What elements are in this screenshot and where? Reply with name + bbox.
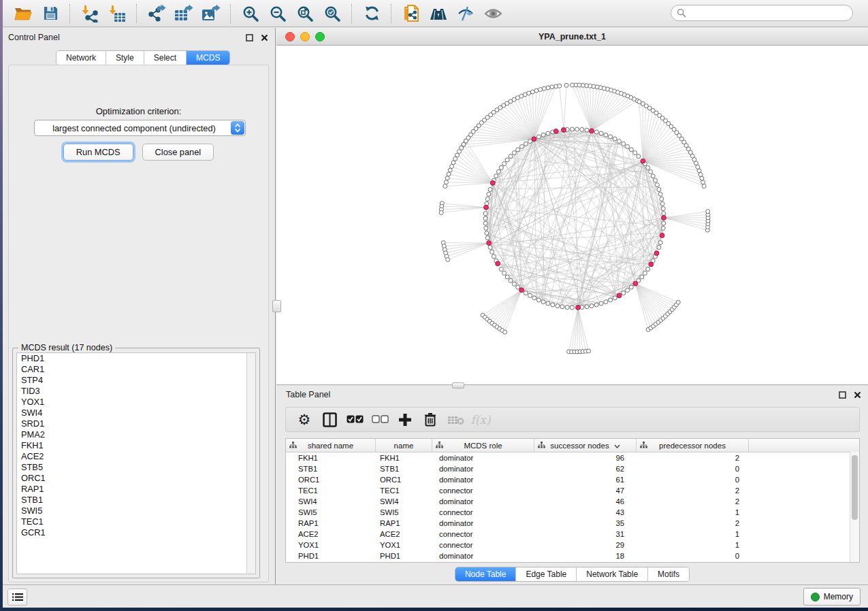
task-history-button[interactable] [7, 589, 27, 606]
import-network-button[interactable] [78, 3, 101, 24]
tab-select[interactable]: Select [144, 51, 187, 65]
deselect-all-button[interactable] [370, 410, 390, 429]
mcds-result-item[interactable]: ACE2 [17, 451, 255, 462]
export-network-icon [148, 5, 166, 22]
mcds-result-item[interactable]: SWI5 [17, 506, 255, 516]
clone-network-button[interactable] [400, 3, 423, 24]
column-header-successor-nodes[interactable]: successor nodes [534, 439, 637, 452]
find-network-button[interactable] [427, 3, 450, 24]
save-session-button[interactable] [39, 3, 62, 24]
delete-column-button[interactable] [420, 410, 440, 429]
memory-button[interactable]: Memory [803, 588, 861, 606]
table-cell: RAP1 [286, 519, 376, 527]
mcds-result-item[interactable]: PMA2 [17, 429, 255, 440]
table-scrollbar-thumb[interactable] [852, 455, 858, 520]
cytoscape-window: Control Panel Network Style Select MCDS … [3, 0, 868, 608]
mcds-result-item[interactable]: TID3 [17, 386, 255, 397]
table-cell: dominator [432, 465, 534, 473]
table-scrollbar[interactable] [850, 452, 859, 562]
column-header-name[interactable]: name [376, 439, 432, 452]
tab-edge-table[interactable]: Edge Table [516, 567, 577, 581]
close-table-panel-icon[interactable] [852, 389, 863, 400]
eye-slash-icon [457, 5, 475, 22]
column-header-shared-name[interactable]: shared name [286, 439, 376, 452]
split-view-icon [323, 412, 337, 427]
mcds-result-item[interactable]: TEC1 [17, 516, 255, 527]
network-window-titlebar[interactable]: YPA_prune.txt_1 [276, 28, 868, 46]
select-all-button[interactable] [344, 410, 365, 429]
column-header-mcds-role[interactable]: MCDS role [432, 439, 534, 452]
save-floppy-icon [43, 5, 59, 21]
tab-network-table[interactable]: Network Table [577, 567, 648, 581]
mcds-list-scrollbar[interactable] [246, 353, 255, 574]
table-options-button[interactable]: ⚙ [294, 410, 315, 429]
control-panel: Control Panel Network Style Select MCDS … [3, 28, 276, 585]
table-row[interactable]: RAP1RAP1dominator352 [286, 518, 859, 529]
tab-network[interactable]: Network [57, 51, 106, 65]
toolbar-separator [136, 4, 138, 23]
export-network-button[interactable] [145, 3, 168, 24]
mcds-result-item[interactable]: STP4 [17, 375, 255, 386]
float-table-panel-icon[interactable] [837, 389, 848, 400]
table-row[interactable]: TEC1TEC1connector472 [286, 485, 859, 496]
mcds-result-item[interactable]: ORC1 [17, 473, 255, 484]
zoom-out-button[interactable] [266, 3, 289, 24]
table-row[interactable]: ACE2ACE2connector311 [286, 529, 859, 540]
column-header-predecessor-nodes[interactable]: predecessor nodes [637, 439, 749, 452]
refresh-view-button[interactable] [360, 3, 383, 24]
table-row[interactable]: ORC1ORC1dominator610 [286, 474, 859, 485]
attribute-tree-icon [436, 442, 443, 450]
table-cell: 2 [637, 454, 749, 462]
network-graph[interactable] [276, 46, 868, 384]
mcds-result-item[interactable]: STB5 [17, 462, 255, 473]
criterion-select[interactable]: largest connected component (undirected) [34, 120, 246, 136]
mcds-result-list[interactable]: PHD1CAR1STP4TID3YOX1SWI4SRD1PMA2FKH1ACE2… [16, 352, 256, 574]
show-eye-button[interactable] [481, 3, 504, 24]
table-cell: 61 [534, 476, 637, 484]
run-mcds-button[interactable]: Run MCDS [63, 144, 133, 161]
table-row[interactable]: STB1STB1dominator620 [286, 463, 859, 474]
network-canvas[interactable] [276, 46, 868, 384]
tab-motifs[interactable]: Motifs [648, 567, 689, 581]
toolbar-separator [391, 4, 392, 23]
tab-node-table[interactable]: Node Table [455, 567, 517, 581]
table-cell: 1 [637, 530, 749, 538]
horizontal-splitter-handle[interactable] [452, 382, 464, 389]
mcds-result-item[interactable]: CAR1 [17, 364, 255, 375]
tab-mcds[interactable]: MCDS [187, 51, 229, 65]
table-cell: dominator [432, 454, 534, 462]
float-panel-icon[interactable] [244, 32, 255, 43]
search-input[interactable] [690, 7, 852, 18]
hide-panel-button[interactable] [454, 3, 477, 24]
mcds-result-item[interactable]: STB1 [17, 495, 255, 506]
table-row[interactable]: FKH1FKH1dominator962 [286, 452, 859, 463]
open-file-button[interactable] [12, 3, 35, 24]
import-table-button[interactable] [106, 3, 129, 24]
split-view-button[interactable] [319, 410, 340, 429]
zoom-fit-button[interactable] [293, 3, 317, 24]
table-cell: SWI5 [286, 508, 376, 516]
export-table-button[interactable] [172, 3, 195, 24]
mcds-result-item[interactable]: YOX1 [17, 397, 255, 408]
search-box[interactable] [671, 5, 853, 21]
mcds-result-item[interactable]: SRD1 [17, 418, 255, 429]
close-panel-button[interactable]: Close panel [142, 144, 214, 161]
table-row[interactable]: SWI5SWI5connector431 [286, 507, 859, 518]
mcds-result-item[interactable]: RAP1 [17, 484, 255, 495]
tab-style[interactable]: Style [106, 51, 144, 65]
zoom-selected-button[interactable] [321, 3, 344, 24]
mcds-result-item[interactable]: GCR1 [17, 527, 255, 538]
zoom-in-button[interactable] [239, 3, 262, 24]
vertical-splitter-handle[interactable] [272, 300, 281, 312]
table-row[interactable]: SWI4SWI4dominator462 [286, 496, 859, 507]
export-image-button[interactable] [199, 3, 223, 24]
add-column-button[interactable] [395, 410, 415, 429]
table-row[interactable]: YOX1YOX1connector291 [286, 540, 859, 550]
mcds-result-item[interactable]: FKH1 [17, 440, 255, 451]
table-row[interactable]: PHD1PHD1dominator180 [286, 550, 859, 561]
close-panel-icon[interactable] [259, 32, 270, 43]
node-table-body[interactable]: FKH1FKH1dominator962STB1STB1dominator620… [286, 452, 859, 561]
mcds-result-item[interactable]: SWI4 [17, 408, 255, 418]
column-header-filler [749, 439, 859, 452]
mcds-result-item[interactable]: PHD1 [17, 353, 255, 364]
